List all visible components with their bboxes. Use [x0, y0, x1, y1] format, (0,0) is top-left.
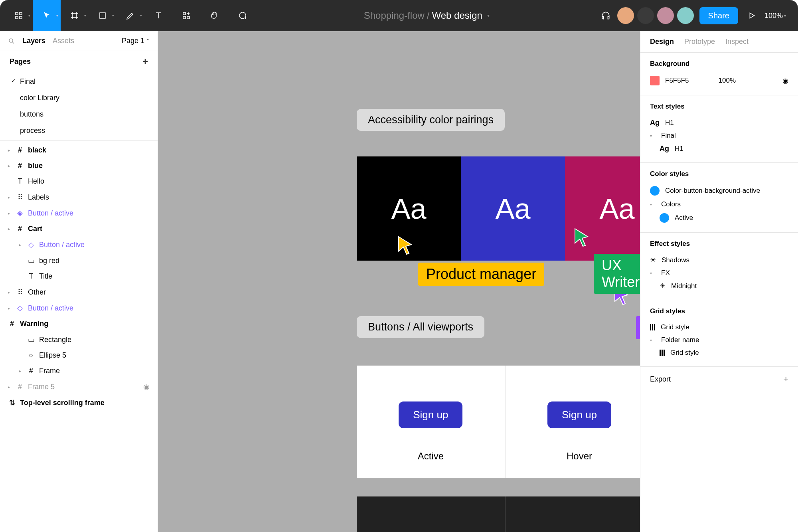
layer-item[interactable]: ▸⠿Labels: [0, 189, 158, 205]
avatar[interactable]: [637, 7, 654, 24]
background-heading: Background: [650, 60, 788, 68]
grid-style-group[interactable]: ▾Folder name: [650, 334, 788, 346]
layers-tab[interactable]: Layers: [22, 37, 45, 45]
resources-tool[interactable]: [172, 0, 200, 31]
group-icon: ⠿: [16, 288, 24, 297]
search-icon[interactable]: [8, 38, 15, 45]
move-tool[interactable]: ▾: [33, 0, 61, 31]
layer-item[interactable]: #Warning: [0, 316, 158, 332]
inspect-tab[interactable]: Inspect: [725, 38, 749, 46]
layer-item[interactable]: ▸#black: [0, 142, 158, 158]
sign-up-button[interactable]: Sign up: [399, 401, 462, 428]
effect-style-row[interactable]: ☀Shadows: [650, 253, 788, 267]
button-state-cell: Sign up Hover: [506, 366, 640, 478]
chevron-down-icon: ▾: [28, 14, 30, 18]
layer-item[interactable]: ▸#Cart: [0, 221, 158, 237]
grid-style-row[interactable]: Grid style: [650, 321, 788, 334]
svg-rect-2: [20, 12, 22, 15]
layer-item[interactable]: ⇅Top-level scrolling frame: [0, 395, 158, 411]
text-tool[interactable]: [144, 0, 172, 31]
page-item[interactable]: process: [0, 123, 158, 139]
add-page-button[interactable]: +: [142, 56, 148, 67]
button-states-grid-dark: Sign up Sign up Sign up: [357, 496, 640, 532]
menu-button[interactable]: ▾: [5, 0, 33, 31]
layer-item[interactable]: ▸◈Button / active: [0, 205, 158, 221]
layer-item[interactable]: TTitle: [0, 269, 158, 284]
text-style-group[interactable]: ▾Final: [650, 129, 788, 142]
color-style-group[interactable]: ▾Colors: [650, 198, 788, 211]
share-button[interactable]: Share: [699, 7, 738, 24]
design-tab[interactable]: Design: [650, 38, 674, 46]
layer-item[interactable]: ▸◇Button / active: [0, 237, 158, 253]
layers-list: ▸#black ▸#blue THello ▸⠿Labels ▸◈Button …: [0, 140, 158, 532]
layer-item[interactable]: ▸◇Button / active: [0, 300, 158, 316]
svg-rect-1: [16, 16, 18, 19]
layer-item[interactable]: ▭Rectangle: [0, 332, 158, 348]
scroll-frame-icon: ⇅: [8, 398, 16, 407]
instance-icon: ◇: [16, 304, 24, 312]
present-button[interactable]: [744, 11, 760, 20]
chevron-down-icon: ▾: [650, 271, 656, 275]
color-swatch[interactable]: [650, 76, 660, 85]
breadcrumb[interactable]: Shopping-flow / Web design ▾: [256, 10, 597, 21]
chevron-down-icon: ▾: [84, 14, 86, 18]
frame-tool[interactable]: ▾: [61, 0, 89, 31]
headphones-icon[interactable]: [597, 7, 614, 24]
visibility-icon[interactable]: ◉: [782, 77, 788, 85]
color-opacity[interactable]: 100%: [719, 77, 736, 85]
layer-item[interactable]: ▸⠿Other: [0, 284, 158, 300]
add-export-button[interactable]: +: [783, 374, 788, 384]
swatch-blue[interactable]: Aa: [461, 156, 565, 261]
prototype-tab[interactable]: Prototype: [684, 38, 715, 46]
layer-item[interactable]: ▭bg red: [0, 253, 158, 269]
breadcrumb-page: Web design: [432, 10, 482, 21]
pages-list: Final color Library buttons process: [0, 72, 158, 140]
text-icon: T: [27, 272, 35, 281]
chevron-down-icon: ▾: [56, 14, 58, 18]
chevron-down-icon: ▾: [140, 14, 142, 18]
assets-tab[interactable]: Assets: [53, 37, 74, 45]
chevron-down-icon: ▾: [650, 202, 656, 207]
shape-tool[interactable]: ▾: [89, 0, 117, 31]
layer-item[interactable]: ▸#blue: [0, 158, 158, 174]
text-style-row[interactable]: AgH1: [650, 116, 788, 129]
component-icon: ◈: [16, 209, 24, 218]
color-hex[interactable]: F5F5F5: [665, 77, 689, 85]
page-item[interactable]: buttons: [0, 106, 158, 123]
button-state-cell: Sign up: [357, 496, 506, 532]
grid-icon: [650, 324, 655, 330]
color-style-row[interactable]: Color-button-background-active: [650, 184, 788, 198]
page-item[interactable]: color Library: [0, 90, 158, 106]
avatar[interactable]: [677, 7, 694, 24]
frame-icon: #: [16, 162, 24, 170]
chevron-down-icon: ▾: [112, 14, 114, 18]
frame-icon: #: [8, 320, 16, 328]
layer-item[interactable]: ▸#Frame: [0, 363, 158, 379]
color-style-row[interactable]: Active: [650, 211, 788, 225]
pen-tool[interactable]: ▾: [117, 0, 144, 31]
zoom-level[interactable]: 100% ▾: [764, 12, 786, 20]
hand-tool[interactable]: [200, 0, 228, 31]
comment-tool[interactable]: [228, 0, 256, 31]
page-item[interactable]: Final: [0, 73, 158, 90]
visibility-icon[interactable]: ◉: [143, 382, 150, 391]
effect-icon: ☀: [650, 256, 656, 264]
layer-item[interactable]: ▸#Frame 5◉: [0, 379, 158, 395]
top-toolbar: ▾ ▾ ▾ ▾ ▾: [0, 0, 798, 31]
effect-style-group[interactable]: ▾FX: [650, 267, 788, 279]
effect-style-row[interactable]: ☀Midnight: [650, 279, 788, 293]
sign-up-button[interactable]: Sign up: [547, 401, 611, 428]
layer-item[interactable]: ○Ellipse 5: [0, 348, 158, 363]
rectangle-icon: ▭: [27, 335, 35, 344]
page-selector[interactable]: Page 1 ⌃: [122, 37, 150, 45]
export-section[interactable]: Export +: [640, 367, 798, 392]
canvas[interactable]: Accessibility color pairings Aa Aa Aa Aa…: [158, 31, 640, 532]
avatar[interactable]: [617, 7, 634, 24]
text-style-row[interactable]: AgH1: [650, 142, 788, 155]
svg-rect-6: [187, 16, 190, 19]
grid-style-row[interactable]: Grid style: [650, 346, 788, 359]
chevron-down-icon: ▾: [650, 338, 656, 342]
layer-item[interactable]: THello: [0, 174, 158, 189]
svg-rect-4: [100, 13, 105, 18]
avatar[interactable]: [657, 7, 674, 24]
